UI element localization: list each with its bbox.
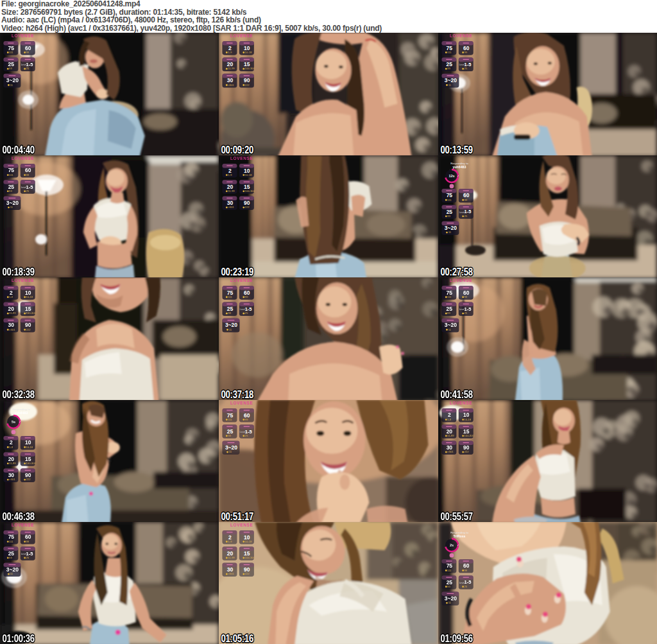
svg-text:33: 33 bbox=[9, 556, 12, 559]
svg-text:00:23:19: 00:23:19 bbox=[221, 266, 254, 277]
svg-text:Level: Level bbox=[459, 64, 465, 66]
svg-text:LOVENSE: LOVENSE bbox=[230, 401, 253, 405]
svg-text:00:18:39: 00:18:39 bbox=[2, 266, 35, 277]
svg-text:00:37:18: 00:37:18 bbox=[221, 389, 254, 400]
svg-text:33: 33 bbox=[9, 189, 12, 193]
svg-text:111: 111 bbox=[228, 295, 232, 299]
svg-text:25: 25 bbox=[464, 585, 467, 588]
svg-text:25: 25 bbox=[464, 214, 467, 218]
svg-text:11-99: 11-99 bbox=[228, 67, 235, 70]
svg-text:LOVENSE: LOVENSE bbox=[230, 156, 253, 161]
svg-text:10-18: 10-18 bbox=[26, 295, 33, 299]
svg-text:33: 33 bbox=[447, 311, 450, 315]
svg-text:11-99: 11-99 bbox=[447, 434, 454, 437]
svg-text:11: 11 bbox=[229, 328, 232, 331]
svg-text:>301: >301 bbox=[447, 450, 454, 453]
svg-text:1-9: 1-9 bbox=[9, 446, 13, 449]
svg-text:33: 33 bbox=[447, 585, 450, 588]
svg-text:11: 11 bbox=[448, 83, 452, 87]
svg-text:100-300: 100-300 bbox=[26, 462, 36, 465]
svg-text:111: 111 bbox=[447, 295, 452, 299]
svg-text:33: 33 bbox=[9, 67, 12, 70]
svg-text:11: 11 bbox=[10, 205, 13, 209]
svg-text:11-99: 11-99 bbox=[9, 311, 16, 315]
svg-text:99: 99 bbox=[26, 51, 29, 54]
svg-text:222: 222 bbox=[245, 205, 250, 209]
svg-text:>301: >301 bbox=[9, 328, 15, 331]
svg-text:5s: 5s bbox=[12, 420, 15, 424]
svg-text:LOVENSE: LOVENSE bbox=[450, 278, 472, 283]
svg-text:1-9: 1-9 bbox=[447, 418, 452, 421]
svg-text:99: 99 bbox=[464, 295, 467, 299]
svg-text:01:09:56: 01:09:56 bbox=[440, 633, 473, 644]
svg-text:2s: 2s bbox=[450, 543, 454, 547]
svg-text:11-99: 11-99 bbox=[228, 189, 235, 193]
svg-text:Level: Level bbox=[21, 186, 27, 189]
svg-text:LOVENSE: LOVENSE bbox=[12, 156, 34, 161]
svg-text:Level: Level bbox=[459, 582, 465, 584]
svg-text:1-9: 1-9 bbox=[228, 173, 232, 177]
svg-text:11: 11 bbox=[448, 231, 452, 234]
svg-text:LOVENSE: LOVENSE bbox=[12, 523, 34, 527]
svg-text:222: 222 bbox=[26, 478, 31, 481]
svg-text:111: 111 bbox=[447, 198, 452, 202]
svg-text:33: 33 bbox=[228, 434, 231, 437]
svg-text:33: 33 bbox=[228, 311, 231, 315]
svg-text:25: 25 bbox=[26, 67, 29, 70]
svg-text:LOVENSE: LOVENSE bbox=[450, 33, 472, 38]
svg-text:111: 111 bbox=[447, 569, 452, 572]
svg-text:111: 111 bbox=[228, 418, 232, 421]
svg-text:11: 11 bbox=[448, 601, 452, 604]
svg-text:Level: Level bbox=[240, 308, 246, 311]
svg-text:100-300: 100-300 bbox=[245, 67, 255, 70]
svg-text:99: 99 bbox=[245, 418, 248, 421]
svg-text:10-18: 10-18 bbox=[464, 418, 471, 421]
svg-text:LOVENSE: LOVENSE bbox=[12, 278, 34, 283]
svg-text:111: 111 bbox=[9, 173, 13, 177]
svg-text:99: 99 bbox=[464, 51, 467, 54]
svg-text:33: 33 bbox=[447, 67, 450, 70]
svg-text:Level: Level bbox=[240, 431, 246, 433]
svg-text:LOVENSE: LOVENSE bbox=[230, 278, 253, 283]
svg-text:LOVENSE: LOVENSE bbox=[230, 523, 253, 527]
svg-text:25: 25 bbox=[464, 67, 467, 70]
svg-text:11-99: 11-99 bbox=[228, 556, 235, 559]
svg-text:99: 99 bbox=[245, 295, 248, 299]
svg-text:00:04:40: 00:04:40 bbox=[2, 144, 35, 155]
svg-text:11: 11 bbox=[229, 450, 232, 453]
svg-text:1-9: 1-9 bbox=[9, 295, 13, 299]
svg-text:00:41:58: 00:41:58 bbox=[440, 389, 473, 400]
svg-text:11: 11 bbox=[10, 572, 13, 575]
svg-text:1-9: 1-9 bbox=[228, 540, 232, 543]
svg-text:11: 11 bbox=[448, 328, 452, 331]
svg-text:Level: Level bbox=[459, 211, 465, 214]
svg-text:Level: Level bbox=[21, 64, 27, 66]
svg-text:00:13:59: 00:13:59 bbox=[440, 144, 473, 155]
svg-text:100-300: 100-300 bbox=[245, 189, 255, 193]
svg-text:10-18: 10-18 bbox=[245, 540, 252, 543]
svg-text:TrlRoss: TrlRoss bbox=[453, 534, 465, 538]
svg-text:>301: >301 bbox=[9, 478, 15, 481]
svg-text:99: 99 bbox=[26, 173, 29, 177]
svg-text:LOVENSE: LOVENSE bbox=[12, 33, 34, 38]
svg-text:222: 222 bbox=[26, 328, 31, 331]
svg-text:100-300: 100-300 bbox=[26, 311, 36, 315]
svg-text:99: 99 bbox=[26, 540, 29, 543]
svg-text:00:46:38: 00:46:38 bbox=[2, 511, 35, 522]
svg-text:10-18: 10-18 bbox=[245, 173, 252, 177]
svg-text:99: 99 bbox=[464, 198, 467, 202]
svg-text:25: 25 bbox=[245, 311, 248, 315]
svg-text:Level: Level bbox=[459, 308, 465, 311]
svg-text:100-300: 100-300 bbox=[245, 556, 255, 559]
svg-text:00:55:57: 00:55:57 bbox=[440, 511, 473, 522]
svg-text:LOVENSE: LOVENSE bbox=[230, 33, 253, 38]
svg-text:25: 25 bbox=[26, 189, 29, 193]
svg-text:111: 111 bbox=[9, 51, 13, 54]
svg-text:11: 11 bbox=[10, 83, 13, 87]
svg-text:33: 33 bbox=[447, 214, 450, 218]
svg-text:25: 25 bbox=[26, 556, 29, 559]
svg-text:11-99: 11-99 bbox=[9, 462, 16, 465]
svg-text:>301: >301 bbox=[228, 83, 234, 87]
svg-text:10-18: 10-18 bbox=[245, 51, 252, 54]
svg-text:99: 99 bbox=[464, 569, 467, 572]
